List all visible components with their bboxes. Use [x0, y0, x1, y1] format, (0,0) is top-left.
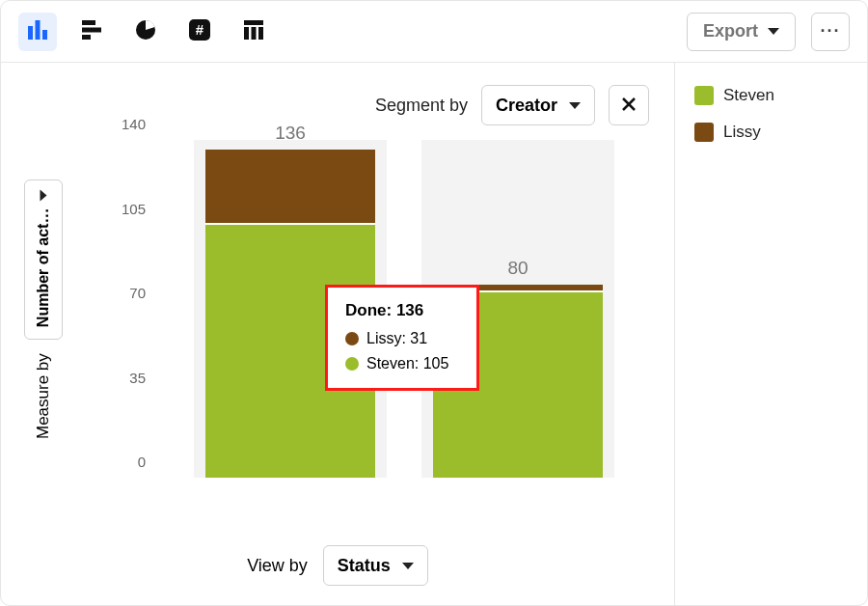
chart-type-pie[interactable]	[126, 13, 165, 51]
view-by-row: View by Status	[1, 545, 674, 586]
svg-rect-3	[82, 20, 95, 25]
chart-type-switcher: #	[18, 13, 273, 51]
legend-swatch	[694, 86, 714, 105]
svg-rect-1	[36, 20, 41, 40]
chart-type-bar-horizontal[interactable]	[72, 13, 111, 51]
bar-total-label: 136	[194, 123, 387, 144]
segment-by-clear[interactable]	[609, 85, 649, 125]
svg-rect-9	[244, 20, 263, 25]
view-by-value: Status	[338, 556, 391, 576]
measure-by-label: Measure by	[34, 353, 53, 439]
measure-by-value: Number of act…	[35, 208, 52, 328]
tooltip: Done: 136 Lissy: 31Steven: 105	[325, 285, 479, 391]
y-tick: 105	[122, 200, 146, 216]
svg-rect-10	[244, 27, 249, 40]
y-tick: 0	[138, 454, 146, 470]
y-tick: 70	[129, 285, 146, 301]
segment-by-label: Segment by	[375, 96, 468, 116]
chevron-down-icon	[768, 28, 779, 35]
tooltip-row-label: Lissy: 31	[366, 330, 427, 347]
bar-total-label: 80	[421, 258, 614, 279]
bar-vertical-icon	[27, 19, 48, 44]
tooltip-row: Lissy: 31	[345, 330, 459, 347]
chart-type-bar-vertical[interactable]	[18, 13, 57, 51]
chevron-down-icon	[402, 563, 414, 569]
measure-by-row: Measure by Number of act…	[24, 179, 63, 439]
chevron-right-icon	[41, 189, 47, 201]
tooltip-dot	[345, 357, 359, 371]
pie-icon	[135, 19, 156, 44]
legend-swatch	[694, 123, 714, 142]
bar-horizontal-icon	[81, 19, 102, 44]
app-frame: # Export ··· Segment by Creator	[0, 0, 868, 606]
view-by-label: View by	[247, 556, 308, 576]
export-button[interactable]: Export	[687, 13, 796, 51]
chart-area: Segment by Creator Measure by Number of …	[1, 63, 674, 605]
chart-type-number[interactable]: #	[180, 13, 219, 51]
segment-by-value: Creator	[496, 96, 557, 116]
measure-by-select[interactable]: Number of act…	[24, 179, 63, 341]
legend-panel: StevenLissy	[674, 63, 867, 605]
svg-rect-0	[28, 26, 33, 40]
toolbar: # Export ···	[1, 1, 867, 63]
bar-segment[interactable]	[205, 150, 375, 225]
svg-rect-2	[42, 30, 47, 40]
close-icon	[621, 95, 637, 117]
legend-item[interactable]: Lissy	[694, 123, 848, 142]
y-tick: 140	[122, 116, 146, 132]
legend-item[interactable]: Steven	[694, 86, 848, 105]
tooltip-row: Steven: 105	[345, 355, 459, 372]
segment-by-row: Segment by Creator	[1, 82, 674, 128]
chart-type-table[interactable]	[234, 13, 273, 51]
y-tick: 35	[129, 369, 146, 385]
tooltip-dot	[345, 332, 359, 345]
export-label: Export	[703, 21, 758, 41]
table-icon	[243, 19, 264, 44]
tooltip-title: Done: 136	[345, 301, 459, 320]
svg-rect-12	[258, 27, 263, 40]
more-button[interactable]: ···	[811, 13, 850, 51]
view-by-select[interactable]: Status	[323, 545, 428, 586]
svg-rect-5	[82, 35, 91, 40]
number-icon: #	[188, 18, 211, 45]
body: Segment by Creator Measure by Number of …	[1, 63, 867, 605]
tooltip-row-label: Steven: 105	[366, 355, 448, 372]
legend-label: Lissy	[723, 123, 761, 142]
segment-by-select[interactable]: Creator	[481, 85, 595, 125]
chevron-down-icon	[569, 102, 581, 109]
svg-text:#: #	[196, 21, 204, 38]
svg-rect-11	[252, 27, 257, 40]
legend-label: Steven	[723, 86, 774, 105]
more-icon: ···	[820, 21, 840, 41]
svg-rect-4	[82, 27, 101, 32]
